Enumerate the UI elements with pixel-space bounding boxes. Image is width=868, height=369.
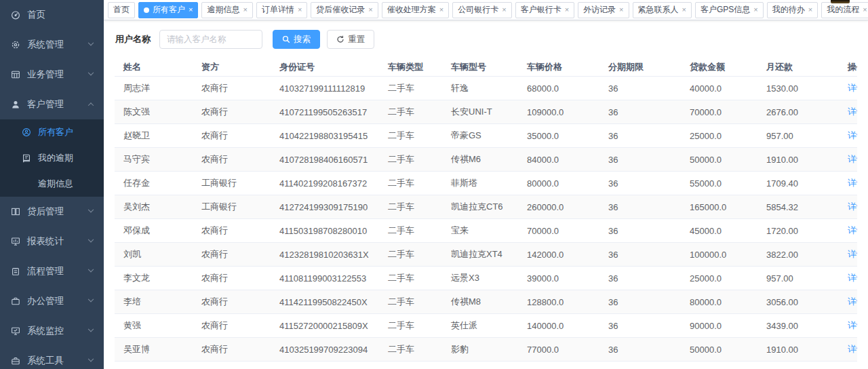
tab-label: 催收处理方案 — [387, 4, 436, 16]
column-header: 车辆型号 — [442, 61, 518, 73]
tab[interactable]: 外访记录 × — [578, 2, 629, 18]
sidebar-item-label: 贷后管理 — [27, 206, 64, 218]
column-header: 操作 — [839, 61, 857, 73]
tab[interactable]: 订单详情 × — [256, 2, 307, 18]
detail-link[interactable]: 详情 — [848, 154, 857, 164]
cell-installment-term: 36 — [599, 345, 681, 355]
column-header: 姓名 — [115, 61, 193, 73]
chevron-icon — [88, 40, 94, 45]
detail-link[interactable]: 详情 — [848, 273, 857, 283]
detail-link[interactable]: 详情 — [848, 344, 857, 354]
sidebar-item[interactable]: 我的逾期 — [0, 145, 104, 171]
cell-monthly-payment: 1910.00 — [757, 155, 839, 165]
detail-link[interactable]: 详情 — [848, 130, 857, 140]
cell-vehicle-model: 影豹 — [442, 343, 518, 355]
sidebar-item[interactable]: 所有客户 — [0, 119, 104, 145]
chevron-icon — [88, 326, 94, 332]
reset-button[interactable]: 重置 — [327, 30, 374, 49]
close-icon[interactable]: × — [368, 6, 372, 14]
tab[interactable]: 首页 — [108, 2, 135, 18]
cell-name: 马守宾 — [115, 153, 193, 166]
cell-vehicle-type: 二手车 — [379, 82, 442, 94]
sidebar-item[interactable]: 首页 — [0, 0, 104, 30]
close-icon[interactable]: × — [439, 6, 443, 14]
tab-label: 贷后催收记录 — [316, 4, 365, 16]
cell-loan-amount: 50000.0 — [681, 155, 757, 165]
sidebar-item[interactable]: 客户管理 — [0, 90, 104, 119]
chevron-icon — [88, 207, 94, 212]
tab-label: 公司银行卡 — [458, 4, 498, 16]
cell-loan-amount: 25000.0 — [681, 131, 757, 141]
sidebar-item[interactable]: 办公管理 — [0, 286, 104, 316]
tab[interactable]: 客户银行卡 × — [515, 2, 574, 18]
cell-name: 赵晓卫 — [115, 130, 193, 142]
close-icon[interactable]: × — [565, 6, 569, 14]
sidebar-item[interactable]: 流程管理 — [0, 256, 104, 286]
tab[interactable]: 我的待办 × — [767, 2, 818, 18]
tab[interactable]: 紧急联系人 × — [633, 2, 692, 18]
detail-link[interactable]: 详情 — [848, 225, 857, 235]
cell-funder: 工商银行 — [193, 201, 271, 213]
cell-vehicle-price: 128800.0 — [518, 297, 599, 307]
close-icon[interactable]: × — [753, 6, 757, 14]
column-header: 资方 — [193, 61, 271, 73]
detail-link[interactable]: 详情 — [848, 106, 857, 117]
sidebar-item[interactable]: 业务管理 — [0, 60, 104, 90]
loan-book-icon — [10, 207, 20, 217]
close-icon[interactable]: × — [619, 6, 623, 14]
cell-installment-term: 36 — [599, 321, 681, 331]
tab-label: 首页 — [113, 4, 130, 16]
table-row: 陈文强 农商行 410721199505263517 二手车 长安UNI-T 1… — [115, 100, 857, 124]
table-body: 周志洋 农商行 410327199111112819 二手车 轩逸 68000.… — [115, 77, 857, 362]
search-button[interactable]: 搜索 — [273, 30, 320, 49]
close-icon[interactable]: × — [298, 6, 302, 14]
cell-vehicle-model: 凯迪拉克CT6 — [442, 201, 518, 213]
customer-user-icon — [10, 100, 20, 110]
sidebar-item[interactable]: 系统监控 — [0, 316, 104, 346]
detail-link[interactable]: 详情 — [848, 320, 857, 330]
cell-vehicle-price: 84000.0 — [518, 155, 599, 165]
detail-link[interactable]: 详情 — [848, 178, 857, 188]
close-icon[interactable]: × — [189, 6, 193, 14]
tab[interactable]: 公司银行卡 × — [452, 2, 511, 18]
cell-id-number: 411081199003122553 — [271, 273, 379, 284]
sidebar-item[interactable]: 贷后管理 — [0, 197, 104, 227]
table-row: 赵晓卫 农商行 410422198803195415 二手车 帝豪GS 3500… — [115, 124, 857, 148]
cell-loan-amount: 40000.0 — [681, 83, 757, 94]
tab[interactable]: 客户GPS信息 × — [695, 2, 764, 18]
customers-table: 姓名资方身份证号车辆类型车辆型号车辆价格分期期限贷款金额月还款操作 周志洋 农商… — [115, 58, 857, 368]
tab[interactable]: 逾期信息 × — [201, 2, 252, 18]
close-icon[interactable]: × — [863, 6, 867, 14]
tags-view-bar: 首页 所有客户 × 逾期信息 × 订单详情 × 贷后催收记录 × 催收处理方案 … — [104, 0, 868, 20]
cell-vehicle-type: 二手车 — [379, 130, 442, 142]
cell-installment-term: 36 — [599, 250, 681, 260]
sidebar-item[interactable]: 系统工具 — [0, 346, 104, 369]
column-header: 车辆类型 — [379, 61, 442, 73]
column-header: 分期期限 — [599, 61, 681, 73]
detail-link[interactable]: 详情 — [848, 296, 857, 307]
close-icon[interactable]: × — [808, 6, 812, 14]
cell-monthly-payment: 957.00 — [757, 131, 839, 141]
detail-link[interactable]: 详情 — [848, 249, 857, 259]
sidebar-item[interactable]: 系统管理 — [0, 30, 104, 60]
tab[interactable]: 所有客户 × — [138, 2, 198, 18]
table-row: 邓保成 农商行 411503198708280010 二手车 宝来 70000.… — [115, 219, 857, 243]
cell-installment-term: 36 — [599, 297, 681, 307]
sidebar-item[interactable]: 逾期信息 — [0, 171, 104, 197]
customer-name-input[interactable] — [159, 30, 262, 49]
sidebar-item-label: 首页 — [27, 9, 45, 21]
detail-link[interactable]: 详情 — [848, 201, 857, 212]
cell-monthly-payment: 957.00 — [757, 273, 839, 284]
close-icon[interactable]: × — [502, 6, 506, 14]
sidebar-item[interactable]: 报表统计 — [0, 227, 104, 256]
cell-vehicle-price: 142000.0 — [518, 250, 599, 260]
cell-id-number: 411402199208167372 — [271, 178, 379, 189]
close-icon[interactable]: × — [243, 6, 247, 14]
tab[interactable]: 我的流程 × — [821, 2, 868, 18]
close-icon[interactable]: × — [682, 6, 686, 14]
cell-vehicle-model: 长安UNI-T — [442, 106, 518, 118]
cell-vehicle-type: 二手车 — [379, 319, 442, 332]
detail-link[interactable]: 详情 — [848, 83, 857, 93]
tab[interactable]: 贷后催收记录 × — [311, 2, 378, 18]
tab[interactable]: 催收处理方案 × — [382, 2, 449, 18]
